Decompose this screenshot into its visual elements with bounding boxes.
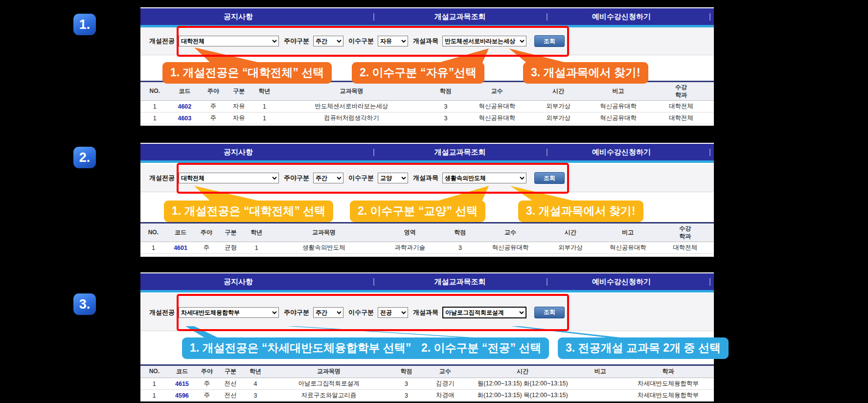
course-code-link[interactable]: 4601 xyxy=(166,242,195,254)
table-cell: 아날로그집적회로설계 xyxy=(268,378,389,390)
screenshot-panel-1: 공지사항 개설교과목조회 예비수강신청하기 개설전공 대학전체 주야구분 주간 … xyxy=(140,7,714,126)
daynight-select[interactable]: 주간 xyxy=(313,36,343,46)
table-cell: 혁신공유대학 xyxy=(588,101,648,112)
search-button[interactable]: 조회 xyxy=(534,35,565,47)
column-header: 시간 xyxy=(542,223,599,242)
daynight-label: 주야구분 xyxy=(284,37,309,45)
course-select[interactable]: 반도체센서로바라보는세상 xyxy=(442,36,526,46)
column-header: 교수 xyxy=(423,365,467,378)
table-cell: 화(12:00~13:15) 목(12:00~13:15) xyxy=(467,390,578,402)
table-cell: 1 xyxy=(140,378,168,390)
nav-underline xyxy=(140,290,714,292)
daynight-label: 주야구분 xyxy=(284,174,309,182)
table-cell: 대학전체 xyxy=(648,112,714,124)
search-button[interactable]: 조회 xyxy=(534,307,565,318)
course-type-select[interactable]: 전공 xyxy=(378,307,408,318)
course-code-link[interactable]: 4603 xyxy=(169,112,200,124)
table-cell: 3 xyxy=(426,101,466,112)
table-cell: 혁신공유대학 xyxy=(466,112,528,124)
column-header: 구분 xyxy=(218,223,244,242)
table-cell: 혁신공유대학 xyxy=(599,242,657,254)
table-cell: 생활속의반도체 xyxy=(270,242,379,254)
tab-notices[interactable]: 공지사항 xyxy=(224,8,253,25)
table-cell: 주 xyxy=(200,112,226,124)
column-header: 교수 xyxy=(479,223,542,242)
course-select[interactable]: 생활속의반도체 xyxy=(442,173,526,183)
column-header: 코드 xyxy=(166,223,195,242)
course-type-select[interactable]: 자유 xyxy=(378,36,408,46)
step-badge-1: 1. xyxy=(73,14,96,35)
course-code-link[interactable]: 4602 xyxy=(169,101,200,112)
tab-notices[interactable]: 공지사항 xyxy=(224,273,253,290)
tab-course-search[interactable]: 개설교과목조회 xyxy=(434,144,486,160)
table-cell xyxy=(578,390,623,402)
table-cell: 1 xyxy=(140,242,166,254)
column-header: 교수 xyxy=(466,82,528,101)
course-code-link[interactable]: 4596 xyxy=(168,390,196,402)
table-cell: 주 xyxy=(200,101,226,112)
column-header: 학년 xyxy=(243,365,268,378)
major-select[interactable]: 차세대반도체융합학부 xyxy=(179,307,279,318)
tab-pre-registration[interactable]: 예비수강신청하기 xyxy=(592,273,651,290)
table-cell: 1 xyxy=(251,112,277,124)
nav-separator xyxy=(709,13,710,21)
major-label: 개설전공 xyxy=(149,308,175,317)
table-cell: 자료구조와알고리즘 xyxy=(268,390,389,402)
column-header: 수강 학과 xyxy=(648,82,714,101)
table-cell: 1 xyxy=(140,112,169,124)
nav-separator xyxy=(373,13,374,21)
table-cell: 차경애 xyxy=(423,390,467,402)
tab-course-search[interactable]: 개설교과목조회 xyxy=(434,8,486,25)
nav-separator xyxy=(373,278,374,286)
tab-pre-registration[interactable]: 예비수강신청하기 xyxy=(592,8,651,25)
course-results-table: NO.코드주야구분학년교과목명영역학점교수시간비고수강 학과14601주균형1생… xyxy=(140,222,714,254)
tab-course-search[interactable]: 개설교과목조회 xyxy=(434,273,486,290)
table-cell: 균형 xyxy=(218,242,244,254)
tab-pre-registration[interactable]: 예비수강신청하기 xyxy=(592,144,651,160)
column-header: 비고 xyxy=(578,365,623,378)
table-cell: 혁신공유대학 xyxy=(588,112,648,124)
course-search-form: 개설전공 대학전체 주야구분 주간 이수구분 교양 개설과목 생활속의반도체 조… xyxy=(140,164,714,192)
callout-step-3: 3. 개설과목에서 찾기! xyxy=(523,62,648,84)
table-cell: 4 xyxy=(243,378,268,390)
daynight-label: 주야구분 xyxy=(284,308,309,317)
daynight-select[interactable]: 주간 xyxy=(313,173,343,183)
course-label: 개설과목 xyxy=(413,37,438,45)
callout-step-2: 2. 이수구분 “전공” 선택 xyxy=(413,337,549,359)
nav-separator xyxy=(709,278,710,286)
search-button[interactable]: 조회 xyxy=(534,172,565,184)
nav-bar: 공지사항 개설교과목조회 예비수강신청하기 xyxy=(140,8,714,25)
column-header: 영역 xyxy=(378,223,441,242)
major-label: 개설전공 xyxy=(149,174,175,182)
table-cell: 1 xyxy=(251,101,277,112)
column-header: 학과 xyxy=(622,365,714,378)
table-cell: 외부가상 xyxy=(528,112,588,124)
course-select[interactable]: 아날로그집적회로설계 xyxy=(442,307,526,318)
column-header: 주야 xyxy=(200,82,226,101)
table-cell: 외부가상 xyxy=(542,242,599,254)
table-cell: 자유 xyxy=(226,101,251,112)
step-badge-3: 3. xyxy=(73,293,96,315)
tab-notices[interactable]: 공지사항 xyxy=(224,144,253,160)
step-badge-2: 2. xyxy=(73,147,96,168)
table-cell: 반도체센서로바라보는세상 xyxy=(277,101,426,112)
course-type-label: 이수구분 xyxy=(348,37,374,45)
column-header: 수강 학과 xyxy=(657,223,714,242)
table-row: 14596주전선3자료구조와알고리즘3차경애화(12:00~13:15) 목(1… xyxy=(140,390,714,402)
table-cell: 과학과기술 xyxy=(378,242,441,254)
table-cell: 혁신공유대학 xyxy=(479,242,542,254)
course-label: 개설과목 xyxy=(413,174,438,182)
course-code-link[interactable]: 4615 xyxy=(168,378,196,390)
course-type-select[interactable]: 교양 xyxy=(378,173,408,183)
table-cell: 주 xyxy=(196,390,218,402)
major-select[interactable]: 대학전체 xyxy=(179,173,279,183)
major-label: 개설전공 xyxy=(149,37,175,45)
table-row: 14603주자유1컴퓨터처럼생각하기3혁신공유대학외부가상혁신공유대학대학전체 xyxy=(140,112,714,124)
table-cell: 김경기 xyxy=(423,378,467,390)
major-select[interactable]: 대학전체 xyxy=(179,36,279,46)
nav-underline xyxy=(140,160,714,163)
daynight-select[interactable]: 주간 xyxy=(313,307,343,318)
column-header: NO. xyxy=(140,82,169,101)
table-cell: 주 xyxy=(196,378,218,390)
nav-separator xyxy=(547,278,548,286)
